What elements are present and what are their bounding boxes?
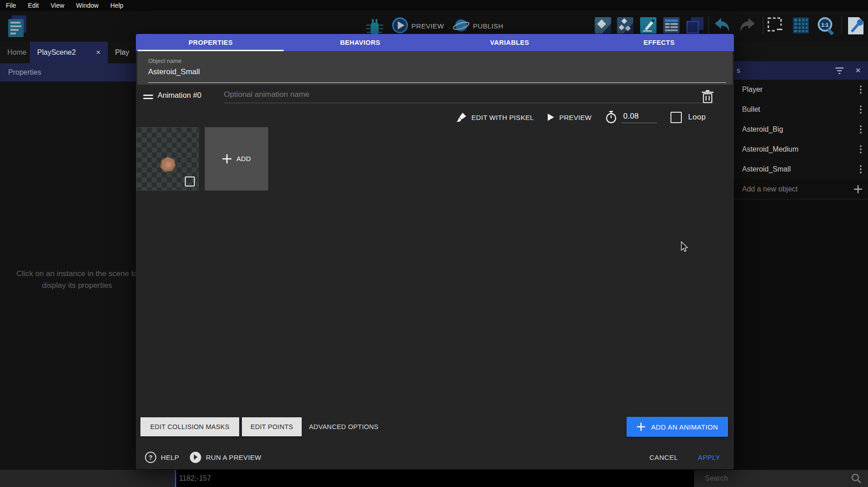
plus-icon [222, 154, 232, 164]
redo-icon[interactable] [738, 17, 756, 33]
clear-selection-icon[interactable] [767, 17, 785, 34]
animation-title: Animation #0 [158, 91, 201, 100]
instances-icon[interactable] [617, 17, 633, 33]
preview-label[interactable]: PREVIEW [411, 22, 444, 30]
menu-help[interactable]: Help [105, 0, 130, 11]
apply-button[interactable]: APPLY [698, 454, 720, 461]
tab-playscene2-label: PlayScene2 [37, 48, 76, 57]
object-label: Player [742, 86, 860, 94]
preview-icon[interactable] [392, 17, 408, 33]
edit-collision-masks-button[interactable]: EDIT COLLISION MASKS [140, 417, 239, 436]
object-label: Asteroid_Big [742, 125, 860, 134]
run-a-preview-label: RUN A PREVIEW [206, 454, 261, 461]
dialog-tab-behaviors[interactable]: BEHAVIORS [285, 34, 435, 51]
tab-play-label: Play [115, 48, 129, 57]
advanced-options-button[interactable]: ADVANCED OPTIONS [302, 423, 386, 430]
edit-points-button[interactable]: EDIT POINTS [242, 417, 302, 436]
animation-frames-strip: ADD [136, 126, 734, 191]
loop-checkbox[interactable] [670, 112, 682, 123]
preview-animation-label: PREVIEW [559, 114, 591, 121]
object-row-asteroid-big[interactable]: Asteroid_Big [734, 119, 868, 140]
help-icon: ? [145, 452, 156, 463]
dialog-tab-label: VARIABLES [490, 39, 529, 46]
animation-toolbar-row: EDIT WITH PISKEL PREVIEW 0.08 Loop [136, 107, 734, 127]
dialog-tab-label: EFFECTS [644, 39, 675, 46]
animation-header-row: Animation #0 Optional animation name [136, 85, 734, 107]
animation-name-input[interactable]: Optional animation name [224, 90, 714, 103]
object-menu-icon[interactable] [860, 165, 862, 173]
frame-select-checkbox[interactable] [185, 177, 195, 186]
object-editor-dialog: PROPERTIES BEHAVIORS VARIABLES EFFECTS O… [136, 34, 734, 469]
add-new-object-label: Add a new object [742, 185, 854, 193]
loop-toggle[interactable]: Loop [670, 112, 706, 123]
help-button[interactable]: ? HELP [145, 452, 179, 463]
add-an-animation-button[interactable]: ADD AN ANIMATION [627, 417, 728, 437]
advanced-options-label: ADVANCED OPTIONS [309, 423, 379, 430]
filter-icon[interactable] [834, 67, 845, 75]
object-row-player[interactable]: Player [734, 80, 868, 100]
instance-properties-panel: Properties Click on an instance in the s… [0, 63, 154, 470]
cursor-coordinates: 1182;-157 [176, 470, 694, 487]
tab-play-partial[interactable]: Play [108, 42, 136, 63]
object-label: Asteroid_Small [742, 165, 860, 173]
add-frame-button[interactable]: ADD [205, 127, 268, 191]
dialog-tab-variables[interactable]: VARIABLES [435, 34, 584, 51]
tab-close-icon[interactable]: × [96, 48, 101, 57]
objects-editor-icon[interactable] [595, 17, 611, 33]
frame-thumbnail[interactable] [136, 127, 199, 191]
debugger-tools-icon[interactable] [846, 17, 864, 34]
grid-icon[interactable] [793, 17, 809, 33]
undo-icon[interactable] [714, 17, 731, 33]
empty-message-line1: Click on an instance in the scene to [0, 268, 154, 280]
edit-with-piskel-button[interactable]: EDIT WITH PISKEL [456, 112, 534, 123]
object-label: Bullet [742, 105, 860, 114]
toolbar-separator [709, 16, 709, 34]
tab-home[interactable]: Home [0, 42, 34, 63]
object-menu-icon[interactable] [860, 105, 862, 114]
play-icon [547, 113, 555, 121]
menu-file[interactable]: File [0, 0, 22, 11]
dialog-footer-row: EDIT COLLISION MASKS EDIT POINTS ADVANCE… [136, 416, 734, 437]
layers-icon[interactable] [686, 17, 704, 33]
play-circle-icon [190, 452, 201, 463]
loop-label: Loop [688, 113, 706, 122]
dialog-tab-effects[interactable]: EFFECTS [584, 34, 734, 51]
object-menu-icon[interactable] [860, 145, 862, 153]
object-menu-icon[interactable] [860, 125, 862, 134]
run-a-preview-button[interactable]: RUN A PREVIEW [190, 452, 261, 463]
events-sheet-icon[interactable] [663, 17, 680, 33]
zoom-1-1-icon[interactable]: 1:1 [816, 16, 835, 35]
preview-animation-button[interactable]: PREVIEW [547, 113, 591, 121]
delete-animation-icon[interactable] [701, 90, 714, 104]
project-manager-icon[interactable] [6, 14, 28, 39]
search-field[interactable]: Search [694, 470, 868, 487]
object-menu-icon[interactable] [860, 86, 862, 94]
publish-label[interactable]: PUBLISH [473, 22, 503, 30]
add-new-object-row[interactable]: Add a new object [734, 179, 868, 200]
menu-view[interactable]: View [45, 0, 70, 11]
edit-points-label: EDIT POINTS [251, 423, 293, 430]
edit-scene-icon[interactable] [640, 17, 656, 33]
object-name-underline [148, 82, 726, 83]
object-name-input[interactable]: Asteroid_Small [148, 67, 200, 76]
edit-with-piskel-label: EDIT WITH PISKEL [472, 114, 534, 121]
dialog-tab-properties[interactable]: PROPERTIES [136, 34, 285, 51]
close-panel-icon[interactable]: × [855, 65, 861, 76]
cancel-button[interactable]: CANCEL [650, 454, 678, 461]
object-row-bullet[interactable]: Bullet [734, 100, 868, 120]
dialog-actions-row: ? HELP RUN A PREVIEW CANCEL APPLY [136, 445, 734, 469]
properties-panel-header: Properties [0, 63, 154, 81]
dialog-tab-bar: PROPERTIES BEHAVIORS VARIABLES EFFECTS [136, 34, 734, 51]
add-frame-label: ADD [236, 155, 251, 162]
menu-window[interactable]: Window [70, 0, 105, 11]
status-bar-left [0, 470, 175, 487]
object-row-asteroid-medium[interactable]: Asteroid_Medium [734, 139, 868, 160]
time-between-frames-input[interactable]: 0.08 [622, 112, 657, 123]
menu-edit[interactable]: Edit [22, 0, 45, 11]
object-row-asteroid-small[interactable]: Asteroid_Small [734, 159, 868, 180]
search-icon[interactable] [851, 473, 862, 484]
drag-handle-icon[interactable] [143, 95, 153, 101]
publish-icon[interactable] [452, 16, 470, 34]
tab-playscene2[interactable]: PlayScene2 × [30, 42, 108, 63]
add-object-plus-icon[interactable] [854, 185, 863, 194]
